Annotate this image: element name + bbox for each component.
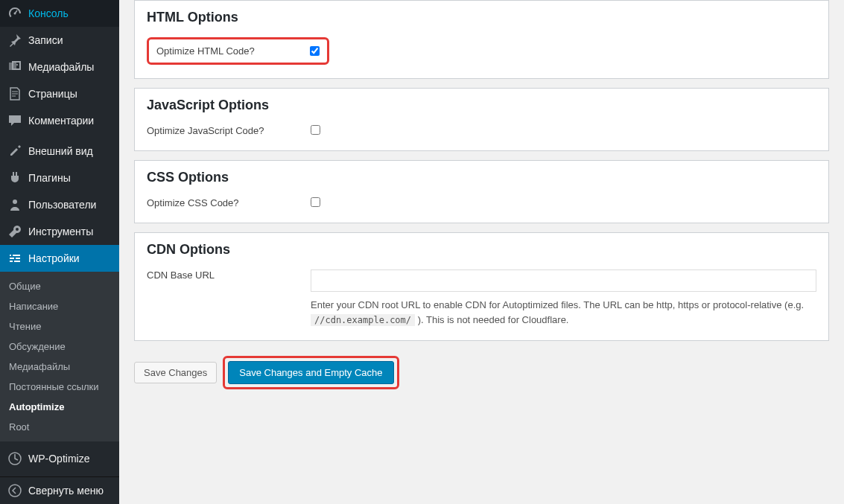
submenu-item[interactable]: Медиафайлы — [0, 357, 119, 377]
optimize-html-checkbox[interactable] — [310, 46, 320, 56]
admin-sidebar: КонсольЗаписиМедиафайлыСтраницыКомментар… — [0, 0, 119, 504]
cdn-url-input[interactable] — [311, 269, 816, 292]
sidebar-item-label: Внешний вид — [28, 145, 93, 157]
svg-point-1 — [16, 64, 18, 66]
sidebar-item-appearance[interactable]: Внешний вид — [0, 138, 119, 165]
comments-icon — [7, 113, 22, 128]
js-options-panel: JavaScript Options Optimize JavaScript C… — [134, 88, 829, 151]
js-options-title: JavaScript Options — [147, 98, 816, 113]
sidebar-item-comments[interactable]: Комментарии — [0, 107, 119, 134]
save-changes-button[interactable]: Save Changes — [134, 362, 217, 383]
cdn-options-panel: CDN Options CDN Base URL Enter your CDN … — [134, 232, 829, 341]
collapse-menu[interactable]: Свернуть меню — [0, 476, 119, 504]
pin-icon — [7, 33, 22, 48]
optimize-js-label: Optimize JavaScript Code? — [147, 125, 311, 136]
dashboard-icon — [7, 6, 22, 21]
main-content: HTML Options Optimize HTML Code? JavaScr… — [119, 0, 844, 504]
tools-icon — [7, 224, 22, 239]
html-options-panel: HTML Options Optimize HTML Code? — [134, 0, 829, 79]
submenu-item[interactable]: Написание — [0, 296, 119, 316]
sidebar-item-label: Пользователи — [28, 199, 96, 211]
settings-submenu: ОбщиеНаписаниеЧтениеОбсуждениеМедиафайлы… — [0, 272, 119, 441]
cdn-options-title: CDN Options — [147, 242, 816, 258]
plugins-icon — [7, 170, 22, 185]
svg-point-4 — [9, 485, 21, 497]
sidebar-item-label: Страницы — [28, 88, 77, 100]
submenu-item[interactable]: Постоянные ссылки — [0, 377, 119, 397]
optimize-js-checkbox[interactable] — [311, 125, 320, 135]
highlight-optimize-html: Optimize HTML Code? — [147, 37, 329, 65]
collapse-icon — [7, 483, 22, 498]
sidebar-item-label: Настройки — [28, 252, 80, 264]
highlight-save-empty: Save Changes and Empty Cache — [223, 356, 399, 389]
sidebar-item-label: Плагины — [28, 172, 71, 184]
collapse-label: Свернуть меню — [28, 485, 104, 497]
users-icon — [7, 197, 22, 212]
optimize-css-checkbox[interactable] — [311, 197, 320, 207]
html-options-title: HTML Options — [147, 10, 816, 25]
sidebar-item-settings[interactable]: Настройки — [0, 245, 119, 272]
media-icon — [7, 60, 22, 74]
sidebar-item-tools[interactable]: Инструменты — [0, 218, 119, 245]
cdn-description: Enter your CDN root URL to enable CDN fo… — [311, 298, 816, 327]
submenu-item[interactable]: Root — [0, 417, 119, 437]
cdn-url-label: CDN Base URL — [147, 269, 311, 281]
optimize-icon — [7, 451, 22, 466]
sidebar-item-pin[interactable]: Записи — [0, 27, 119, 54]
appearance-icon — [7, 144, 22, 159]
sidebar-item-media[interactable]: Медиафайлы — [0, 54, 119, 80]
svg-point-2 — [13, 200, 17, 204]
action-buttons: Save Changes Save Changes and Empty Cach… — [134, 350, 829, 389]
sidebar-item-label: Комментарии — [28, 115, 94, 127]
optimize-css-label: Optimize CSS Code? — [147, 197, 311, 208]
sidebar-item-optimize[interactable]: WP-Optimize — [0, 445, 119, 472]
sidebar-item-label: Записи — [28, 34, 63, 46]
sidebar-item-label: Медиафайлы — [28, 61, 94, 73]
submenu-item[interactable]: Чтение — [0, 316, 119, 336]
sidebar-item-dashboard[interactable]: Консоль — [0, 0, 119, 27]
sidebar-item-label: Инструменты — [28, 226, 93, 237]
settings-icon — [7, 251, 22, 266]
submenu-item[interactable]: Обсуждение — [0, 336, 119, 357]
optimize-html-label: Optimize HTML Code? — [156, 45, 310, 57]
css-options-panel: CSS Options Optimize CSS Code? — [134, 160, 829, 223]
sidebar-item-plugins[interactable]: Плагины — [0, 165, 119, 191]
sidebar-item-label: Консоль — [28, 7, 69, 19]
sidebar-item-pages[interactable]: Страницы — [0, 80, 119, 107]
submenu-item[interactable]: Autoptimize — [0, 397, 119, 417]
sidebar-item-label: WP-Optimize — [28, 453, 89, 465]
css-options-title: CSS Options — [147, 170, 816, 185]
save-empty-cache-button[interactable]: Save Changes and Empty Cache — [228, 361, 393, 384]
submenu-item[interactable]: Общие — [0, 276, 119, 296]
pages-icon — [7, 86, 22, 101]
sidebar-item-users[interactable]: Пользователи — [0, 191, 119, 218]
